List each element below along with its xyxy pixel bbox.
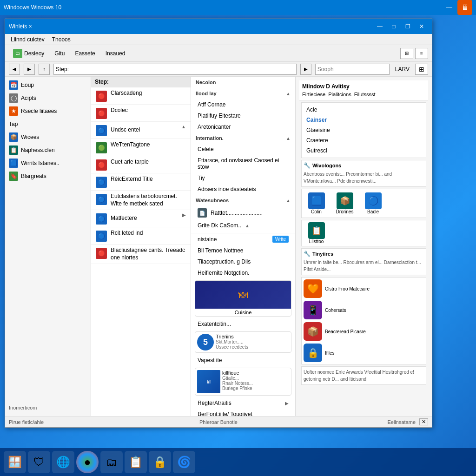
sidebar-item-naphess[interactable]: 📋 Naphess.clen [5, 144, 91, 157]
right-app-cohersats[interactable]: 📱 Cohersats [304, 301, 424, 319]
menu-item-nistaine[interactable]: nistaine Write [191, 233, 295, 245]
nav-back-btn[interactable]: ◀ [9, 64, 20, 75]
list-item-acle[interactable]: Acle [304, 105, 424, 115]
taskbar-app-swirl[interactable]: 🌀 [173, 451, 195, 473]
list-item-gutrescl[interactable]: Gutrescl [304, 145, 424, 156]
menu-section-watesubneos[interactable]: Watesubneos ▲ [191, 195, 295, 206]
sidebar-item-rsecle[interactable]: ★ Rsecle liitaees [5, 105, 91, 118]
menu-item-adrsers[interactable]: Adrsers inoe dasteateis [191, 184, 295, 195]
cuisine-card[interactable]: 🍽 Cuisine [195, 280, 291, 317]
acle-label: Acle [306, 106, 317, 113]
menu-item-berfont[interactable]: BerFont:iiite/ Tougjiyet [191, 409, 295, 416]
atff-label: Atff Cornae [198, 101, 225, 108]
nav-forward-btn[interactable]: ▶ [24, 64, 35, 75]
list-item-eutclastens[interactable]: 🔵 Eutclastens tarbofourcmet. Wite fe met… [91, 191, 191, 210]
right-app-ifiles[interactable]: 🔒 Ifiles [304, 344, 424, 362]
beacreread-icon: 📦 [304, 322, 322, 341]
right-app-drorines[interactable]: 📦 Drorines [332, 191, 357, 216]
taskbar-app-windows[interactable]: 🪟 [4, 451, 26, 473]
taskbar-app-shield[interactable]: 🛡 [28, 451, 50, 473]
addressbar-label: LARV [393, 66, 411, 73]
blacliustagnee-icon: 🔴 [96, 248, 107, 259]
sidebar-label-wirrits: Wirrits Istanes.. [21, 160, 60, 166]
window-minimize-btn[interactable]: — [373, 20, 386, 33]
toolbar-btn-desieoy[interactable]: 🗂 Desieoy [9, 47, 48, 60]
list-item-matfectere[interactable]: 🔵 Matfectere ▶ [91, 210, 191, 227]
window-maximize-btn[interactable]: □ [387, 20, 400, 33]
os-minimize-btn[interactable]: — [443, 0, 456, 13]
toolbar-btn-gitu[interactable]: Gitu [50, 47, 69, 60]
list-item-dcolec[interactable]: 🔴 Dcolec [91, 105, 191, 122]
vapest-label: Vapest ite [198, 357, 222, 364]
right-app-colin[interactable]: 🟦 Colin [304, 191, 329, 216]
sidebar-item-wicees[interactable]: 📦 Wicees [5, 131, 91, 144]
eoup-icon: 📅 [9, 80, 18, 90]
menu-item-tiy[interactable]: Tiy [191, 172, 295, 184]
list-item-rcit[interactable]: 🔵 Rcit leted ind [91, 227, 191, 245]
search-input[interactable] [315, 64, 390, 75]
menu-item-vapest[interactable]: Vapest ite [191, 355, 295, 366]
taskbar-app-chrome[interactable]: ● [76, 451, 99, 473]
sidebar-item-wirrits[interactable]: 🟦 Wirrits Istanes.. [5, 157, 91, 170]
toolbar-label-eassete: Eassete [75, 50, 95, 57]
list-item-craetere[interactable]: Craetere [304, 135, 424, 145]
taskbar-app-lock[interactable]: 🔒 [149, 451, 171, 473]
craetere-label: Craetere [306, 137, 328, 144]
toolbar-extra-btn[interactable]: ⊞ [415, 64, 428, 75]
toolbar-grid-btn[interactable]: ⊞ [400, 48, 413, 59]
address-go-btn[interactable]: ▶ [300, 64, 311, 75]
menu-item-tnooos[interactable]: Tnooos [48, 35, 74, 44]
taskbar-bottom: 🪟 🛡 🌐 ● 🗂 📋 🔒 🌀 [0, 448, 476, 476]
menu-item-exatentcitin[interactable]: Exatentcitin... [191, 318, 295, 330]
menu-item-platiifuy[interactable]: Platiifuy Eltestare [191, 110, 295, 121]
window-restore-btn[interactable]: ❐ [401, 20, 414, 33]
toolbar-list-btn[interactable]: ≡ [415, 48, 428, 59]
menu-item-ettarsce[interactable]: Ettarsce, od oovlsuest Caosed ei stow [191, 155, 295, 172]
taskbar-app-store[interactable]: 📋 [125, 451, 147, 473]
statusbar-close-btn[interactable]: ✕ [419, 418, 428, 425]
ratttet-icon: 📄 [198, 208, 207, 218]
sidebar-item-eoup[interactable]: 📅 Eoup [5, 79, 91, 92]
menu-item-bil[interactable]: Bil Ternoe Nottnee [191, 245, 295, 256]
list-item-cuet[interactable]: 🔴 Cuet arle tarple [91, 156, 191, 173]
address-input[interactable] [53, 64, 297, 75]
menu-item-aretonicanter[interactable]: Aretonicanter [191, 121, 295, 132]
toolbar-btn-eassete[interactable]: Eassete [71, 47, 99, 60]
taskbar-app-folder[interactable]: 🗂 [100, 451, 123, 473]
cuisine-card-img: 🍽 [195, 281, 291, 309]
trieriins-card[interactable]: 5 Trieriins Skt.Morter..... Ussee reedee… [195, 331, 291, 353]
window-close-btn[interactable]: ✕ [415, 20, 428, 33]
menu-item-ratttet[interactable]: 📄 Ratttet....................... [191, 206, 295, 220]
toolbar-btn-insaued[interactable]: Insaued [101, 47, 130, 60]
rsecle-icon: ★ [9, 106, 18, 116]
menu-item-liinnd[interactable]: Liinnd cuictev [7, 35, 48, 44]
menu-section-internation[interactable]: Internation. ▲ [191, 132, 295, 144]
right-app-llisttoo[interactable]: 📋 Llisttoo [304, 222, 329, 244]
right-app-beacreread[interactable]: 📦 Beacreread Plcasre [304, 322, 424, 341]
list-item-wettentagtone[interactable]: 🟢 WeTtenTagtone [91, 139, 191, 156]
right-app-clstro[interactable]: 🧡 Clstro Froo Matecaire [304, 279, 424, 298]
list-item-clarscadeng[interactable]: 🔴 Clarscadeng [91, 87, 191, 105]
menu-item-grite[interactable]: Grite Dk CaSom.. ▲ [191, 220, 295, 231]
menu-item-regter[interactable]: RegterAtraitis ▶ [191, 397, 295, 409]
list-item-reic[interactable]: 🔵 RéicExternd Title [91, 173, 191, 191]
list-item-blacliustagnee[interactable]: 🔴 Blacliustagnee cants. Treeadc one nior… [91, 245, 191, 264]
adrsers-label: Adrsers inoe dasteateis [198, 186, 256, 192]
list-item-undsc[interactable]: 🔵 Undsc entel ▲ [91, 122, 191, 139]
taskbar-app-globe[interactable]: 🌐 [52, 451, 74, 473]
sidebar-item-tap[interactable]: Tap [5, 118, 91, 131]
sidebar-item-acipts[interactable]: ◯ Acipts [5, 92, 91, 105]
right-app-bacle[interactable]: 🔵 Bacle [360, 191, 386, 216]
killfioue-card[interactable]: kf killfioue Gtialic... Rnair Notess... … [195, 368, 291, 396]
nav-up-btn[interactable]: ↑ [39, 64, 50, 75]
list-item-cainser[interactable]: Cainser [304, 115, 424, 125]
menu-section-llood[interactable]: llood lay ▲ [191, 88, 295, 99]
menu-item-atff[interactable]: Atff Cornae [191, 99, 295, 110]
sidebar-item-blargreats[interactable]: 🔖 Blargreats [5, 170, 91, 183]
menu-item-celete[interactable]: Celete [191, 144, 295, 155]
menu-item-heiflernite[interactable]: Heiflernite Notgction. [191, 267, 295, 278]
celete-label: Celete [198, 146, 214, 152]
menu-item-tilaceptruction[interactable]: Tilaceptruction. g Diis [191, 256, 295, 267]
menu-section-necolon[interactable]: Necolon [191, 77, 295, 88]
list-item-gtaeisine[interactable]: Gtaeisine [304, 125, 424, 135]
